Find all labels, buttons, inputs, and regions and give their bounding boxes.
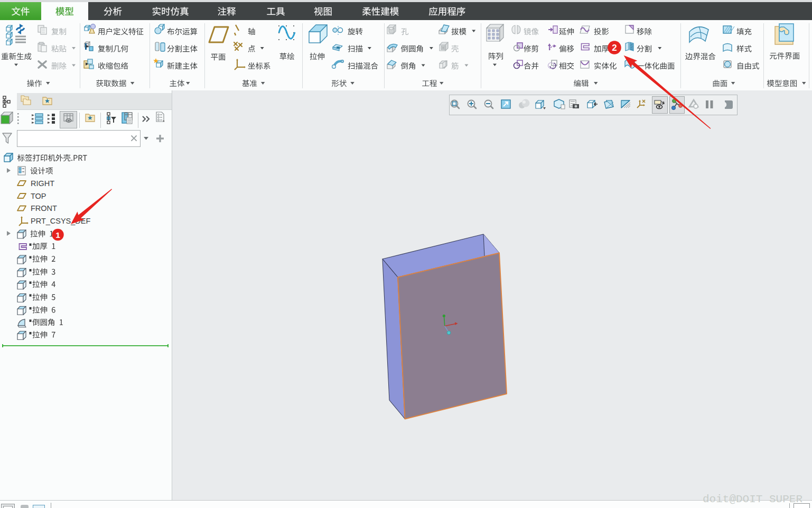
svg-text:FRONT: FRONT bbox=[31, 204, 57, 213]
svg-text:2: 2 bbox=[612, 43, 617, 53]
svg-text:RIGHT: RIGHT bbox=[31, 179, 54, 188]
svg-text:1: 1 bbox=[55, 230, 60, 239]
svg-text:TOP: TOP bbox=[31, 192, 46, 200]
svg-text:PRT_CSYS_DEF: PRT_CSYS_DEF bbox=[31, 217, 90, 225]
